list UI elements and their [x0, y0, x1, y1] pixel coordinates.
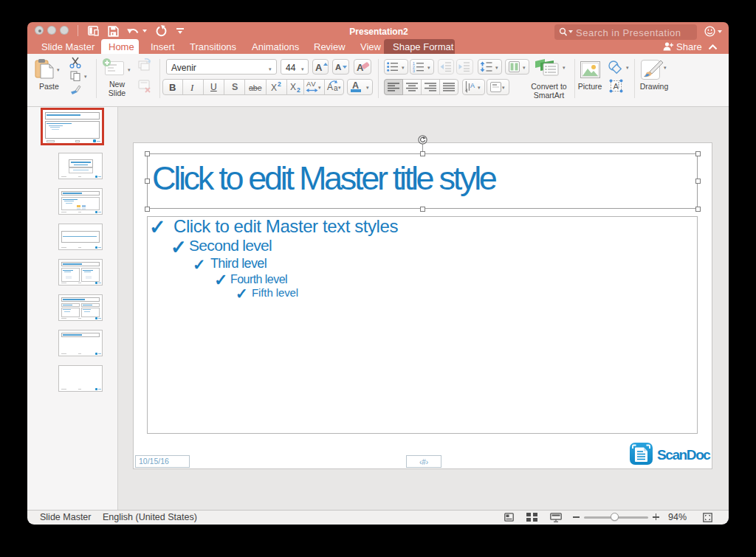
svg-text:3: 3 [413, 69, 415, 72]
svg-text:A: A [470, 82, 475, 89]
